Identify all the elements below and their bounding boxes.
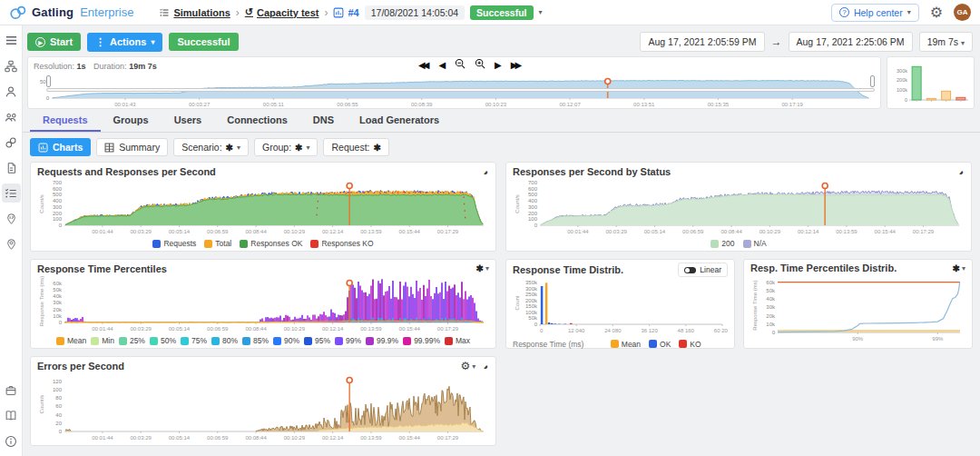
- rewind-button[interactable]: ◀◀: [418, 58, 429, 72]
- contrast-toggle-button[interactable]: ◑: [483, 361, 489, 372]
- svg-text:00:08:44: 00:08:44: [245, 326, 267, 332]
- responses-by-status-chart[interactable]: Count/s010020030040050060070000:01:4400:…: [513, 178, 965, 239]
- contrast-icon: ◑: [956, 165, 967, 177]
- run-number[interactable]: #4: [333, 7, 358, 18]
- legend-swatch: [204, 240, 212, 248]
- organization-icon[interactable]: [2, 56, 21, 75]
- legend-swatch: [181, 337, 189, 345]
- fast-forward-button[interactable]: ▶▶: [511, 58, 522, 72]
- teams-icon[interactable]: [2, 107, 21, 126]
- resources-file-icon[interactable]: [2, 158, 21, 177]
- legend-item[interactable]: 200: [710, 239, 734, 248]
- legend-item[interactable]: OK: [649, 340, 671, 349]
- legend-item[interactable]: Requests: [152, 239, 196, 248]
- dedicated-ips-icon[interactable]: [2, 209, 21, 228]
- legend-item[interactable]: 50%: [150, 336, 176, 345]
- range-handle-left[interactable]: [46, 75, 51, 87]
- user-icon[interactable]: [2, 82, 21, 101]
- svg-text:00:12:14: 00:12:14: [798, 229, 819, 234]
- start-button[interactable]: ▶Start: [27, 33, 81, 51]
- run-timestamp[interactable]: 17/08/2021 14:05:04: [365, 5, 465, 20]
- legend-item[interactable]: Min: [91, 336, 114, 345]
- date-from-picker[interactable]: Aug 17, 2021 2:05:59 PM: [640, 32, 764, 52]
- response-time-distribution-chart[interactable]: Count050k100k150k200k250k300k350k012 040…: [513, 277, 728, 338]
- packages-icon[interactable]: [2, 381, 21, 400]
- documentation-book-icon[interactable]: [2, 406, 21, 425]
- svg-text:100k: 100k: [525, 310, 538, 315]
- breadcrumb-simulations[interactable]: Simulations: [159, 7, 230, 18]
- legend-swatch: [611, 340, 619, 348]
- svg-text:200k: 200k: [897, 77, 907, 83]
- charts-view-button[interactable]: Charts: [30, 138, 91, 156]
- info-icon[interactable]: [2, 431, 21, 451]
- legend-item[interactable]: Max: [445, 336, 470, 345]
- zoom-out-button[interactable]: [455, 58, 466, 72]
- timeline-overview-chart[interactable]: 050000:01:4300:03:2700:05:1100:06:5500:0…: [34, 74, 875, 108]
- svg-text:00:08:44: 00:08:44: [245, 229, 267, 234]
- legend-item[interactable]: Responses OK: [240, 239, 302, 248]
- simulations-list-icon[interactable]: [2, 183, 21, 203]
- svg-text:48 160: 48 160: [678, 328, 695, 333]
- legend-item[interactable]: KO: [679, 340, 701, 349]
- tab-load-generators[interactable]: Load Generators: [347, 112, 452, 132]
- legend-item[interactable]: 95%: [304, 336, 330, 345]
- duration-select[interactable]: 19m 7s ▾: [919, 32, 973, 52]
- contrast-toggle-button[interactable]: ◑: [483, 166, 489, 177]
- legend-item[interactable]: Mean: [56, 336, 86, 345]
- legend-item[interactable]: 99.99%: [403, 336, 440, 345]
- percentiles-select-button[interactable]: ✱▾: [953, 263, 965, 273]
- linear-scale-toggle[interactable]: Linear: [678, 263, 728, 277]
- tab-groups[interactable]: Groups: [101, 112, 162, 132]
- legend-swatch: [242, 337, 250, 345]
- request-filter[interactable]: Request:✱: [323, 138, 388, 156]
- legend-item[interactable]: 25%: [119, 336, 145, 345]
- legend-item[interactable]: Total: [204, 239, 231, 248]
- legend-item[interactable]: Responses KO: [310, 239, 373, 248]
- legend-item[interactable]: 99.9%: [366, 336, 398, 345]
- step-back-button[interactable]: ◀: [438, 58, 446, 72]
- tab-users[interactable]: Users: [162, 112, 215, 132]
- percentiles-select-button[interactable]: ✱▾: [476, 263, 489, 273]
- range-handle-right[interactable]: [870, 75, 875, 87]
- chart-legend: RequestsTotalResponses OKResponses KO: [37, 239, 489, 249]
- settings-gear-button[interactable]: ⚙: [930, 5, 943, 20]
- contrast-toggle-button[interactable]: ◑: [958, 166, 965, 177]
- summary-view-button[interactable]: Summary: [96, 138, 168, 156]
- legend-item[interactable]: 80%: [211, 336, 238, 345]
- tab-dns[interactable]: DNS: [300, 112, 347, 132]
- legend-item[interactable]: 85%: [242, 336, 269, 345]
- arrow-right-icon: →: [771, 35, 782, 48]
- avatar[interactable]: GA: [954, 4, 971, 21]
- group-filter[interactable]: Group:✱▾: [254, 138, 318, 156]
- range-track[interactable]: [46, 88, 875, 92]
- gatling-logo[interactable]: GatlingEnterprise: [9, 5, 133, 21]
- chevron-icon: ›: [324, 6, 328, 19]
- menu-icon[interactable]: [2, 31, 21, 50]
- play-button[interactable]: ▶: [495, 58, 502, 72]
- svg-text:10k: 10k: [766, 322, 776, 327]
- svg-text:00:01:44: 00:01:44: [567, 229, 589, 234]
- help-center-button[interactable]: ? Help center ▾: [831, 4, 919, 22]
- scenario-filter[interactable]: Scenario:✱▾: [173, 138, 249, 156]
- tab-requests[interactable]: Requests: [30, 112, 101, 132]
- legend-item[interactable]: 99%: [335, 336, 361, 345]
- percentiles-distribution-chart[interactable]: Response Time (ms)010k20k30k40k50k60k90%…: [750, 273, 965, 346]
- legend-label: Responses KO: [321, 239, 373, 248]
- legend-item[interactable]: 90%: [273, 336, 299, 345]
- actions-button[interactable]: ⋮Actions▾: [87, 33, 162, 52]
- legend-item[interactable]: N/A: [743, 239, 767, 248]
- errors-per-second-chart[interactable]: Count/s02040608010012000:01:4400:03:2900…: [37, 372, 489, 445]
- tab-connections[interactable]: Connections: [214, 112, 300, 132]
- run-selector-caret[interactable]: ▾: [539, 8, 543, 16]
- legend-item[interactable]: Mean: [611, 340, 641, 349]
- requests-responses-chart[interactable]: Count/s010020030040050060070000:01:4400:…: [37, 178, 489, 239]
- breadcrumb-simulation[interactable]: ↺ Capacity test: [245, 6, 319, 18]
- response-time-percentiles-chart[interactable]: Response Time (ms)010k20k30k40k50k60k00:…: [37, 275, 489, 336]
- status-mini-chart[interactable]: 0100k200k300k: [889, 59, 972, 106]
- legend-item[interactable]: 75%: [181, 336, 207, 345]
- zoom-in-button[interactable]: [475, 58, 485, 72]
- api-tokens-icon[interactable]: [2, 133, 21, 152]
- date-to-picker[interactable]: Aug 17, 2021 2:25:06 PM: [789, 32, 913, 52]
- private-locations-icon[interactable]: [2, 234, 21, 253]
- errors-settings-button[interactable]: ⚙▾: [461, 360, 476, 372]
